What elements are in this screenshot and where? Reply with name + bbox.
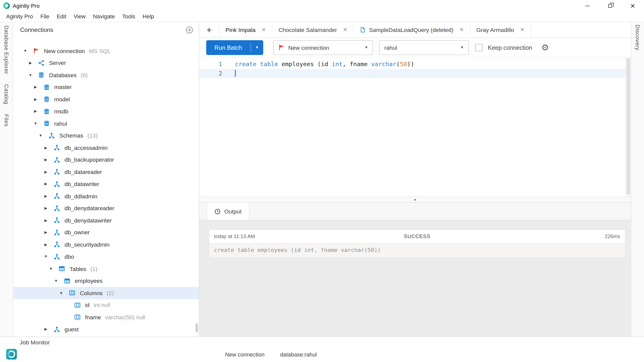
chevron-down-icon[interactable]: ▼ (43, 255, 48, 259)
menu-tools[interactable]: Tools (118, 14, 139, 20)
schema-icon (53, 229, 60, 236)
tree-node-id[interactable]: idint null (13, 299, 199, 311)
tree-node-rahul[interactable]: ▼rahul (13, 117, 199, 129)
code-line-2[interactable]: 2 (199, 69, 631, 78)
tree-node-dbo[interactable]: ▼dbo (13, 251, 199, 263)
chevron-right-icon[interactable]: ▶ (43, 182, 48, 186)
tab-sampledataloadquery-deleted[interactable]: SampleDataLoadQuery (deleted)× (354, 22, 470, 37)
tree-node-db-denydatawriter[interactable]: ▶db_denydatawriter (13, 214, 199, 226)
menu-help[interactable]: Help (139, 14, 158, 20)
chevron-right-icon[interactable]: ▶ (33, 109, 38, 113)
chevron-down-icon[interactable]: ▼ (28, 73, 33, 77)
tree-node-fname[interactable]: fnamevarchar(50) null (13, 311, 199, 323)
tree-node-msdb[interactable]: ▶msdb (13, 105, 199, 117)
editor-scrollbar-thumb[interactable] (627, 58, 630, 195)
tree-node-guest[interactable]: ▶guest (13, 323, 199, 335)
tab-label: Chocolate Salamander (278, 26, 337, 33)
menu-file[interactable]: File (37, 14, 53, 20)
close-button[interactable]: × (621, 0, 644, 12)
tree-node-db-securityadmin[interactable]: ▶db_securityadmin (13, 239, 199, 251)
aginity-status-logo-icon[interactable] (6, 349, 17, 359)
output-body: today at 11:13 AM SUCCESS 226ms create t… (199, 220, 631, 337)
chevron-right-icon[interactable]: ▶ (43, 194, 48, 198)
chevron-right-icon[interactable]: ▶ (43, 218, 48, 222)
editor-scrollbar[interactable] (626, 58, 631, 197)
tab-close-icon[interactable]: × (343, 26, 347, 33)
tree-node-server[interactable]: ▶Server (13, 57, 199, 69)
chevron-right-icon[interactable]: ▶ (33, 85, 38, 89)
panel-splitter[interactable]: ▾ (199, 197, 631, 203)
tree-node-databases[interactable]: ▼Databases(6) (13, 69, 199, 81)
chevron-down-icon[interactable]: ▼ (38, 133, 43, 138)
menu-edit[interactable]: Edit (53, 14, 70, 20)
tree-node-db-accessadmin[interactable]: ▶db_accessadmin (13, 142, 199, 154)
tab-gray-armadillo[interactable]: Gray Armadillo× (470, 22, 531, 37)
chevron-right-icon[interactable]: ▶ (28, 61, 33, 65)
restore-button[interactable] (599, 0, 621, 12)
tab-close-icon[interactable]: × (520, 26, 524, 33)
tree-scrollbar-thumb[interactable] (195, 324, 198, 333)
right-tab-discovery[interactable]: Discovery (634, 25, 640, 51)
schema-icon (53, 217, 60, 223)
connection-select[interactable]: New connection ▾ (273, 40, 373, 55)
chevron-right-icon[interactable]: ▶ (43, 206, 48, 210)
activity-tab-database-explorer[interactable]: Database Explorer (3, 25, 9, 74)
tree-node-label: id (85, 302, 90, 308)
tree-node-db-ddladmin[interactable]: ▶db_ddladmin (13, 190, 199, 202)
keep-connection-checkbox[interactable] (475, 44, 482, 51)
chevron-down-icon[interactable]: ▼ (48, 267, 54, 271)
job-monitor-bar[interactable]: Job Monitor (0, 337, 644, 347)
tree-node-db-owner[interactable]: ▶db_owner (13, 226, 199, 238)
tree-node-columns[interactable]: ▼Columns(2) (13, 287, 199, 299)
chevron-right-icon[interactable]: ▶ (33, 97, 38, 101)
status-bar: New connection database:rahul (0, 347, 644, 362)
minimize-button[interactable] (576, 0, 599, 12)
tree-node-db-datawriter[interactable]: ▶db_datawriter (13, 178, 199, 190)
editor-lines: 1create table employees (id int, fname v… (199, 58, 631, 78)
code-line-1[interactable]: 1create table employees (id int, fname v… (199, 60, 631, 69)
tree-node-label: rahul (54, 120, 67, 127)
tree-node-schemas[interactable]: ▼Schemas(13) (13, 129, 199, 142)
chevron-right-icon[interactable]: ▶ (43, 327, 48, 331)
activity-tab-catalog[interactable]: Catalog (3, 84, 9, 104)
run-batch-button[interactable]: Run Batch ▾ (206, 40, 263, 55)
run-batch-dropdown-icon[interactable]: ▾ (251, 40, 263, 55)
tree-node-meta: (2) (107, 290, 114, 296)
database-icon (43, 96, 50, 103)
database-select[interactable]: rahul ▾ (379, 40, 468, 55)
columns-icon (74, 314, 80, 321)
tab-chocolate-salamander[interactable]: Chocolate Salamander× (272, 22, 354, 37)
tree-node-db-backupoperator[interactable]: ▶db_backupoperator (13, 154, 199, 166)
activity-tab-files[interactable]: Files (3, 114, 9, 127)
menu-aginity-pro[interactable]: Aginity Pro (3, 14, 37, 20)
chevron-down-icon[interactable]: ▼ (59, 291, 64, 295)
tree-node-master[interactable]: ▶master (13, 81, 199, 93)
chevron-right-icon[interactable]: ▶ (43, 158, 48, 162)
new-tab-button[interactable]: + (199, 22, 219, 37)
chevron-right-icon[interactable]: ▶ (43, 146, 48, 150)
chevron-down-icon[interactable]: ▼ (53, 279, 59, 283)
menu-view[interactable]: View (70, 14, 89, 20)
tree-node-model[interactable]: ▶model (13, 93, 199, 105)
chevron-right-icon[interactable]: ▶ (43, 242, 48, 246)
chevron-down-icon[interactable]: ▼ (23, 49, 28, 53)
tab-output[interactable]: Output (207, 203, 249, 220)
tree-node-meta: varchar(50) null (105, 314, 145, 321)
tab-close-icon[interactable]: × (262, 26, 266, 33)
chevron-right-icon[interactable]: ▶ (43, 230, 48, 234)
tab-close-icon[interactable]: × (460, 26, 464, 33)
tree-node-employees[interactable]: ▼employees (13, 275, 199, 287)
settings-gear-icon[interactable]: ⚙ (541, 43, 549, 52)
code-text: create table employees (id int, fname va… (222, 61, 414, 67)
menu-navigate[interactable]: Navigate (89, 14, 118, 20)
tree-node-db-datareader[interactable]: ▶db_datareader (13, 166, 199, 178)
chevron-right-icon[interactable]: ▶ (43, 170, 48, 174)
tree-node-new-connection[interactable]: ▼New connectionMS SQL (13, 45, 199, 57)
add-connection-icon[interactable] (186, 26, 193, 33)
tree-node-tables[interactable]: ▼Tables(1) (13, 263, 199, 275)
chevron-down-icon: ▾ (461, 45, 463, 50)
chevron-down-icon[interactable]: ▼ (33, 121, 38, 125)
tab-pink-impala[interactable]: Pink Impala× (219, 22, 272, 37)
sql-editor[interactable]: 1create table employees (id int, fname v… (199, 58, 631, 197)
tree-node-db-denydatareader[interactable]: ▶db_denydatareader (13, 202, 199, 214)
